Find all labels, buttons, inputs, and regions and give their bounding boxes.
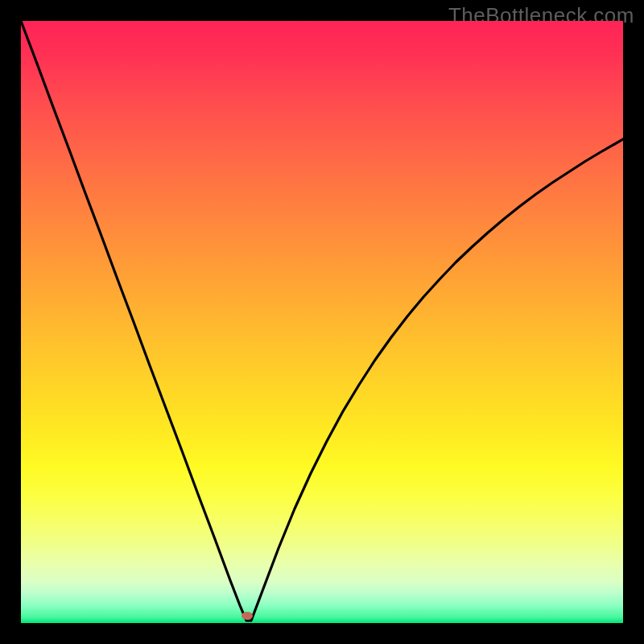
- bottleneck-curve: [21, 21, 623, 623]
- chart-frame: TheBottleneck.com: [0, 0, 644, 644]
- plot-area: [21, 21, 623, 623]
- optimum-marker: [242, 612, 253, 620]
